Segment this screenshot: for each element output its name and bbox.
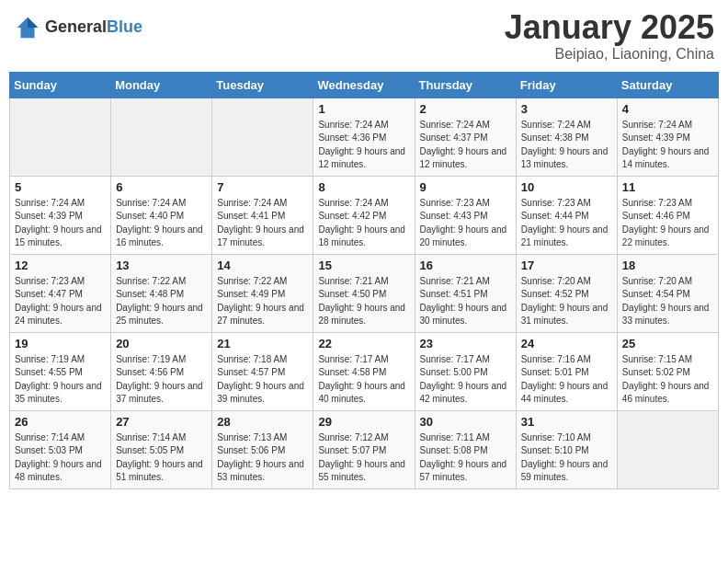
day-number: 12 bbox=[15, 259, 106, 272]
calendar-cell: 15Sunrise: 7:21 AMSunset: 4:50 PMDayligh… bbox=[313, 254, 415, 332]
day-info: Sunrise: 7:14 AMSunset: 5:03 PMDaylight:… bbox=[15, 431, 106, 485]
day-number: 15 bbox=[318, 259, 409, 272]
day-number: 27 bbox=[116, 415, 207, 429]
weekday-header-row: SundayMondayTuesdayWednesdayThursdayFrid… bbox=[10, 72, 719, 98]
day-info: Sunrise: 7:19 AMSunset: 4:56 PMDaylight:… bbox=[116, 353, 207, 407]
calendar-cell: 21Sunrise: 7:18 AMSunset: 4:57 PMDayligh… bbox=[212, 332, 313, 410]
day-number: 26 bbox=[15, 415, 106, 429]
calendar-cell: 22Sunrise: 7:17 AMSunset: 4:58 PMDayligh… bbox=[313, 332, 415, 410]
logo: GeneralBlue bbox=[14, 14, 142, 41]
weekday-header-thursday: Thursday bbox=[415, 72, 516, 98]
day-info: Sunrise: 7:22 AMSunset: 4:48 PMDaylight:… bbox=[116, 275, 207, 328]
calendar-cell: 26Sunrise: 7:14 AMSunset: 5:03 PMDayligh… bbox=[10, 410, 111, 488]
calendar-cell: 28Sunrise: 7:13 AMSunset: 5:06 PMDayligh… bbox=[212, 410, 313, 488]
day-info: Sunrise: 7:21 AMSunset: 4:51 PMDaylight:… bbox=[420, 275, 511, 328]
day-number: 17 bbox=[521, 259, 612, 272]
day-info: Sunrise: 7:24 AMSunset: 4:39 PMDaylight:… bbox=[15, 197, 106, 250]
calendar-cell: 13Sunrise: 7:22 AMSunset: 4:48 PMDayligh… bbox=[111, 254, 212, 332]
day-info: Sunrise: 7:17 AMSunset: 5:00 PMDaylight:… bbox=[420, 353, 511, 407]
weekday-header-friday: Friday bbox=[516, 72, 617, 98]
calendar-cell: 29Sunrise: 7:12 AMSunset: 5:07 PMDayligh… bbox=[313, 410, 415, 488]
calendar-cell: 31Sunrise: 7:10 AMSunset: 5:10 PMDayligh… bbox=[516, 410, 617, 488]
calendar-cell: 25Sunrise: 7:15 AMSunset: 5:02 PMDayligh… bbox=[617, 332, 718, 410]
weekday-header-sunday: Sunday bbox=[10, 72, 111, 98]
day-number: 25 bbox=[622, 337, 713, 350]
calendar-cell: 1Sunrise: 7:24 AMSunset: 4:36 PMDaylight… bbox=[313, 98, 415, 176]
day-info: Sunrise: 7:23 AMSunset: 4:44 PMDaylight:… bbox=[521, 197, 612, 250]
day-number: 13 bbox=[116, 259, 207, 272]
day-number: 10 bbox=[521, 180, 612, 194]
calendar-cell: 27Sunrise: 7:14 AMSunset: 5:05 PMDayligh… bbox=[111, 410, 212, 488]
calendar-cell: 7Sunrise: 7:24 AMSunset: 4:41 PMDaylight… bbox=[212, 176, 313, 254]
day-number: 6 bbox=[116, 180, 207, 194]
day-info: Sunrise: 7:24 AMSunset: 4:42 PMDaylight:… bbox=[318, 197, 409, 250]
day-number: 7 bbox=[217, 180, 308, 194]
day-number: 8 bbox=[318, 180, 409, 194]
week-row-3: 12Sunrise: 7:23 AMSunset: 4:47 PMDayligh… bbox=[10, 254, 719, 332]
calendar-cell: 3Sunrise: 7:24 AMSunset: 4:38 PMDaylight… bbox=[516, 98, 617, 176]
day-info: Sunrise: 7:12 AMSunset: 5:07 PMDaylight:… bbox=[318, 431, 409, 485]
day-info: Sunrise: 7:17 AMSunset: 4:58 PMDaylight:… bbox=[318, 353, 409, 407]
week-row-4: 19Sunrise: 7:19 AMSunset: 4:55 PMDayligh… bbox=[10, 332, 719, 410]
week-row-5: 26Sunrise: 7:14 AMSunset: 5:03 PMDayligh… bbox=[10, 410, 719, 488]
day-info: Sunrise: 7:20 AMSunset: 4:52 PMDaylight:… bbox=[521, 275, 612, 328]
weekday-header-saturday: Saturday bbox=[617, 72, 718, 98]
calendar-cell: 17Sunrise: 7:20 AMSunset: 4:52 PMDayligh… bbox=[516, 254, 617, 332]
day-info: Sunrise: 7:11 AMSunset: 5:08 PMDaylight:… bbox=[420, 431, 511, 485]
title-block: January 2025 Beipiao, Liaoning, China bbox=[505, 9, 714, 63]
day-info: Sunrise: 7:24 AMSunset: 4:38 PMDaylight:… bbox=[521, 119, 612, 172]
calendar-cell: 12Sunrise: 7:23 AMSunset: 4:47 PMDayligh… bbox=[10, 254, 111, 332]
weekday-header-monday: Monday bbox=[111, 72, 212, 98]
day-info: Sunrise: 7:14 AMSunset: 5:05 PMDaylight:… bbox=[116, 431, 207, 485]
calendar-table: SundayMondayTuesdayWednesdayThursdayFrid… bbox=[9, 72, 719, 489]
day-info: Sunrise: 7:23 AMSunset: 4:46 PMDaylight:… bbox=[622, 197, 713, 250]
calendar-cell: 18Sunrise: 7:20 AMSunset: 4:54 PMDayligh… bbox=[617, 254, 718, 332]
day-number: 11 bbox=[622, 180, 713, 194]
day-info: Sunrise: 7:22 AMSunset: 4:49 PMDaylight:… bbox=[217, 275, 308, 328]
day-info: Sunrise: 7:18 AMSunset: 4:57 PMDaylight:… bbox=[217, 353, 308, 407]
calendar-cell: 8Sunrise: 7:24 AMSunset: 4:42 PMDaylight… bbox=[313, 176, 415, 254]
calendar-cell bbox=[617, 410, 718, 488]
day-info: Sunrise: 7:24 AMSunset: 4:39 PMDaylight:… bbox=[622, 119, 713, 172]
calendar-cell: 5Sunrise: 7:24 AMSunset: 4:39 PMDaylight… bbox=[10, 176, 111, 254]
day-number: 21 bbox=[217, 337, 308, 350]
day-info: Sunrise: 7:10 AMSunset: 5:10 PMDaylight:… bbox=[521, 431, 612, 485]
day-number: 4 bbox=[622, 102, 713, 116]
weekday-header-tuesday: Tuesday bbox=[212, 72, 313, 98]
day-number: 14 bbox=[217, 259, 308, 272]
day-info: Sunrise: 7:21 AMSunset: 4:50 PMDaylight:… bbox=[318, 275, 409, 328]
day-info: Sunrise: 7:24 AMSunset: 4:41 PMDaylight:… bbox=[217, 197, 308, 250]
day-number: 30 bbox=[420, 415, 511, 429]
week-row-2: 5Sunrise: 7:24 AMSunset: 4:39 PMDaylight… bbox=[10, 176, 719, 254]
calendar-cell bbox=[212, 98, 313, 176]
calendar-cell: 16Sunrise: 7:21 AMSunset: 4:51 PMDayligh… bbox=[415, 254, 516, 332]
svg-marker-1 bbox=[28, 17, 38, 28]
day-info: Sunrise: 7:13 AMSunset: 5:06 PMDaylight:… bbox=[217, 431, 308, 485]
day-number: 2 bbox=[420, 102, 511, 116]
day-info: Sunrise: 7:24 AMSunset: 4:40 PMDaylight:… bbox=[116, 197, 207, 250]
day-info: Sunrise: 7:24 AMSunset: 4:37 PMDaylight:… bbox=[420, 119, 511, 172]
day-info: Sunrise: 7:15 AMSunset: 5:02 PMDaylight:… bbox=[622, 353, 713, 407]
logo-blue: Blue bbox=[107, 17, 142, 36]
calendar-cell: 9Sunrise: 7:23 AMSunset: 4:43 PMDaylight… bbox=[415, 176, 516, 254]
day-number: 23 bbox=[420, 337, 511, 350]
day-number: 18 bbox=[622, 259, 713, 272]
calendar-cell: 14Sunrise: 7:22 AMSunset: 4:49 PMDayligh… bbox=[212, 254, 313, 332]
calendar-cell: 2Sunrise: 7:24 AMSunset: 4:37 PMDaylight… bbox=[415, 98, 516, 176]
calendar-cell: 4Sunrise: 7:24 AMSunset: 4:39 PMDaylight… bbox=[617, 98, 718, 176]
calendar-cell: 10Sunrise: 7:23 AMSunset: 4:44 PMDayligh… bbox=[516, 176, 617, 254]
page-header: GeneralBlue January 2025 Beipiao, Liaoni… bbox=[9, 9, 719, 63]
day-info: Sunrise: 7:19 AMSunset: 4:55 PMDaylight:… bbox=[15, 353, 106, 407]
logo-general: General bbox=[45, 17, 107, 36]
day-number: 29 bbox=[318, 415, 409, 429]
day-number: 1 bbox=[318, 102, 409, 116]
day-number: 9 bbox=[420, 180, 511, 194]
calendar-cell bbox=[111, 98, 212, 176]
day-info: Sunrise: 7:23 AMSunset: 4:47 PMDaylight:… bbox=[15, 275, 106, 328]
day-number: 22 bbox=[318, 337, 409, 350]
calendar-cell: 6Sunrise: 7:24 AMSunset: 4:40 PMDaylight… bbox=[111, 176, 212, 254]
day-info: Sunrise: 7:20 AMSunset: 4:54 PMDaylight:… bbox=[622, 275, 713, 328]
logo-text: GeneralBlue bbox=[45, 18, 142, 37]
day-number: 31 bbox=[521, 415, 612, 429]
day-info: Sunrise: 7:24 AMSunset: 4:36 PMDaylight:… bbox=[318, 119, 409, 172]
